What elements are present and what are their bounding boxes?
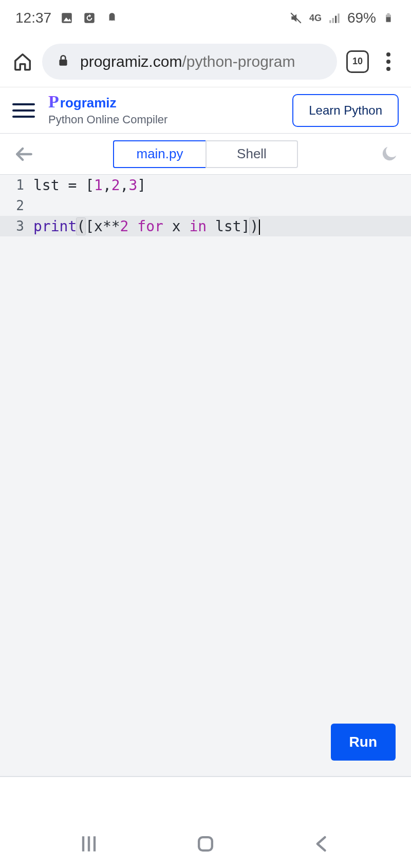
home-button[interactable] (12, 51, 33, 72)
tab-mainpy-label: main.py (136, 146, 183, 162)
tab-mainpy[interactable]: main.py (113, 140, 206, 168)
status-bar: 12:37 4G 69% (0, 0, 411, 36)
code-text-3: print([x**2 for x in lst]) (33, 218, 260, 235)
status-time: 12:37 (15, 10, 51, 26)
svg-rect-6 (335, 16, 337, 23)
tab-shell-label: Shell (237, 146, 267, 162)
tab-shell[interactable]: Shell (206, 140, 298, 168)
code-line-3[interactable]: 3 print([x**2 for x in lst]) (0, 216, 411, 236)
code-line-2[interactable]: 2 (0, 195, 411, 216)
svg-rect-4 (329, 20, 331, 23)
battery-icon (381, 11, 396, 25)
menu-button[interactable] (12, 103, 35, 118)
url-path: /python-program (182, 53, 295, 70)
svg-rect-0 (62, 13, 72, 23)
tabs-count: 10 (352, 56, 363, 67)
gutter-2: 2 (0, 198, 33, 213)
run-button[interactable]: Run (331, 724, 396, 761)
svg-rect-7 (338, 13, 339, 23)
mute-icon (289, 11, 303, 25)
code-text-1: lst = [1,2,3] (33, 177, 146, 194)
code-editor[interactable]: 1 lst = [1,2,3] 2 3 print([x**2 for x in… (0, 175, 411, 777)
signal-icon (328, 11, 342, 25)
battery-pct: 69% (347, 10, 376, 26)
picture-icon (60, 11, 74, 25)
refresh-badge-icon (82, 11, 97, 25)
url-bar[interactable]: programiz.com/python-program (42, 44, 337, 80)
home-system-button[interactable] (194, 833, 217, 857)
lock-icon (57, 54, 70, 69)
browser-menu-button[interactable] (378, 52, 399, 71)
recents-button[interactable] (78, 833, 100, 857)
brand-rest: rogramiz (60, 95, 117, 111)
editor-tabs-row: main.py Shell (0, 134, 411, 175)
code-line-1[interactable]: 1 lst = [1,2,3] (0, 175, 411, 195)
app-header: Programiz Python Online Compiler Learn P… (0, 87, 411, 134)
bottom-gap (0, 777, 411, 822)
browser-toolbar: programiz.com/python-program 10 (0, 36, 411, 87)
back-system-button[interactable] (311, 833, 333, 857)
brand[interactable]: Programiz Python Online Compiler (48, 95, 279, 126)
ghost-icon (105, 11, 119, 25)
back-arrow-button[interactable] (12, 143, 35, 165)
network-label: 4G (309, 13, 322, 24)
learn-python-button[interactable]: Learn Python (292, 94, 399, 127)
url-text: programiz.com/python-program (80, 53, 295, 70)
brand-prefix: P (48, 95, 59, 108)
svg-rect-15 (199, 837, 212, 851)
tabs-count-button[interactable]: 10 (346, 50, 369, 73)
gutter-3: 3 (0, 218, 33, 234)
network-type-icon: 4G (308, 11, 323, 25)
svg-rect-9 (387, 13, 390, 15)
url-domain: programiz.com (80, 53, 182, 70)
svg-rect-10 (386, 17, 390, 22)
gutter-1: 1 (0, 177, 33, 193)
brand-subtitle: Python Online Compiler (48, 113, 279, 126)
text-cursor (259, 219, 260, 235)
svg-rect-5 (332, 18, 334, 23)
svg-rect-11 (59, 59, 67, 65)
system-nav-bar (0, 822, 411, 868)
dark-mode-button[interactable] (379, 144, 399, 164)
